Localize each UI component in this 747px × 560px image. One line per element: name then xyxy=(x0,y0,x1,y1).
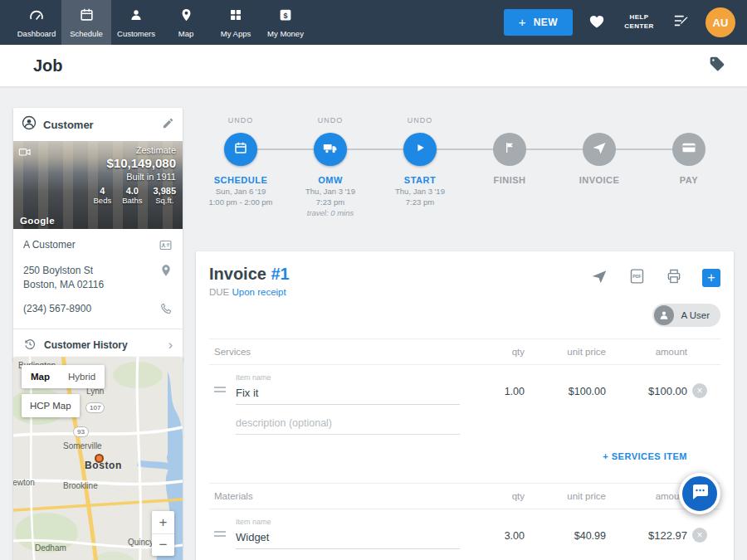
drag-handle-icon[interactable] xyxy=(214,384,226,395)
nav-item-customers[interactable]: Customers xyxy=(111,0,161,45)
remove-material-item-button[interactable]: × xyxy=(692,528,707,543)
person-icon xyxy=(129,7,144,26)
map-zoom-control: + − xyxy=(152,511,174,556)
map-label-newton: Newton xyxy=(13,478,35,487)
services-section-label: Services xyxy=(209,347,460,357)
service-name-input[interactable] xyxy=(236,384,460,405)
heart-icon[interactable] xyxy=(588,12,606,32)
assigned-user-chip[interactable]: A User xyxy=(652,304,720,327)
zestimate-value: $10,149,080 xyxy=(94,156,176,170)
user-avatar-icon xyxy=(654,305,674,325)
nav-item-map[interactable]: Map xyxy=(161,0,211,45)
timeline-step-pay: PAY xyxy=(644,116,734,222)
map-type-map-button[interactable]: Map xyxy=(22,365,59,388)
invoice-step-button[interactable] xyxy=(583,133,616,166)
chat-launcher-button[interactable] xyxy=(679,473,720,514)
phone-icon[interactable] xyxy=(159,302,173,318)
customer-phone: (234) 567-8900 xyxy=(23,302,159,316)
job-tags-icon[interactable] xyxy=(709,56,725,75)
timeline-step-start: UNDO START Thu, Jan 3 '19 7:23 pm xyxy=(375,116,465,222)
google-watermark: Google xyxy=(20,216,55,226)
service-item-row: Item name 1.00 $100.00 $100.00 × xyxy=(209,373,720,405)
map-label-dedham: Dedham xyxy=(35,543,66,553)
due-value-link[interactable]: Upon receipt xyxy=(232,287,286,297)
flag-icon xyxy=(503,140,516,158)
undo-start-link[interactable]: UNDO xyxy=(408,116,433,127)
built-year: Built in 1911 xyxy=(94,172,176,182)
pdf-icon[interactable]: PDF xyxy=(628,268,646,288)
material-qty-field[interactable]: 3.00 xyxy=(465,530,525,549)
material-name-input[interactable] xyxy=(236,528,460,549)
add-services-item-link[interactable]: + SERVICES ITEM xyxy=(209,451,687,461)
customer-history-label: Customer History xyxy=(44,339,161,351)
zoom-in-button[interactable]: + xyxy=(152,511,174,533)
contact-info: A Customer 250 Boylston StBoston, MA 021… xyxy=(13,229,183,329)
route-shield-93: 93 xyxy=(73,426,89,437)
print-icon[interactable] xyxy=(666,268,682,288)
nav-items: Dashboard Schedule Customers Map My Apps… xyxy=(12,0,310,45)
amount-column-header: amount xyxy=(611,347,687,357)
omw-step-button[interactable] xyxy=(314,133,347,166)
nav-item-schedule[interactable]: Schedule xyxy=(61,0,111,45)
nav-item-my-money[interactable]: $ My Money xyxy=(261,0,310,45)
qty-column-header: qty xyxy=(465,347,525,357)
drag-handle-icon[interactable] xyxy=(214,528,226,539)
step-date: Thu, Jan 3 '19 xyxy=(305,187,355,196)
credit-card-icon xyxy=(681,141,696,158)
undo-schedule-link[interactable]: UNDO xyxy=(228,116,254,127)
invoice-number[interactable]: #1 xyxy=(271,265,289,283)
zestimate-label: Zestimate xyxy=(94,145,176,155)
route-shield-107: 107 xyxy=(85,402,105,413)
customer-phone-row: (234) 567-8900 xyxy=(23,302,173,318)
location-pin-icon[interactable] xyxy=(159,264,173,280)
pay-step-button[interactable] xyxy=(672,133,706,166)
map-widget[interactable]: Burlington Lynn 107 93 Somerville Boston… xyxy=(13,357,183,560)
tasks-icon[interactable] xyxy=(672,13,691,32)
start-step-button[interactable] xyxy=(403,133,437,166)
services-header-row: Services qty unit price amount xyxy=(209,338,720,365)
service-qty-field[interactable]: 1.00 xyxy=(465,386,525,405)
page-bar: Job xyxy=(0,45,747,87)
timeline-step-omw: UNDO OMW Thu, Jan 3 '19 7:23 pm travel: … xyxy=(286,116,375,222)
new-button[interactable]: + NEW xyxy=(504,9,573,36)
add-invoice-item-button[interactable]: + xyxy=(702,269,720,287)
undo-omw-link[interactable]: UNDO xyxy=(318,116,344,127)
edit-pencil-icon[interactable] xyxy=(162,117,174,133)
step-time: 7:23 pm xyxy=(406,197,434,207)
zoom-out-button[interactable]: − xyxy=(152,533,174,556)
customer-address-row: 250 Boylston StBoston, MA 02116 xyxy=(23,264,173,293)
help-center-link[interactable]: HELP CENTER xyxy=(621,13,657,32)
nav-item-dashboard[interactable]: Dashboard xyxy=(12,0,61,45)
chevron-right-icon: › xyxy=(168,340,173,350)
customer-address: 250 Boylston StBoston, MA 02116 xyxy=(23,264,159,293)
customer-card-header: Customer xyxy=(13,108,183,141)
new-button-label: NEW xyxy=(534,17,558,28)
service-unit-price-field[interactable]: $100.00 xyxy=(530,386,606,405)
step-time: 1:00 pm - 2:00 pm xyxy=(208,197,272,207)
contact-card-icon[interactable] xyxy=(159,238,173,255)
travel-time: travel: 0 mins xyxy=(307,208,354,217)
nav-item-my-apps[interactable]: My Apps xyxy=(211,0,261,45)
item-name-label: Item name xyxy=(236,518,460,526)
assigned-user-name: A User xyxy=(681,310,710,320)
finish-step-button[interactable] xyxy=(493,133,526,166)
step-label: FINISH xyxy=(493,175,525,185)
unit-price-column-header: unit price xyxy=(530,347,606,357)
assigned-user-row: A User xyxy=(209,304,720,327)
nav-label: Dashboard xyxy=(17,29,56,38)
sqft-label: Sq.ft. xyxy=(153,196,176,205)
material-amount: $122.97 xyxy=(611,529,687,549)
material-unit-price-field[interactable]: $40.99 xyxy=(530,530,606,549)
remove-service-item-button[interactable]: × xyxy=(692,383,707,398)
hcp-map-button[interactable]: HCP Map xyxy=(22,394,80,417)
schedule-step-button[interactable] xyxy=(224,133,257,166)
invoice-actions: PDF + xyxy=(590,265,720,288)
map-type-hybrid-button[interactable]: Hybrid xyxy=(59,365,105,388)
item-name-label: Item name xyxy=(236,373,460,382)
calendar-icon xyxy=(233,140,248,158)
property-photo[interactable]: Zestimate $10,149,080 Built in 1911 4Bed… xyxy=(13,141,183,229)
nav-label: My Apps xyxy=(221,29,251,38)
send-invoice-icon[interactable] xyxy=(590,268,608,288)
service-description-input[interactable] xyxy=(236,415,460,435)
user-avatar[interactable]: AU xyxy=(706,7,735,37)
